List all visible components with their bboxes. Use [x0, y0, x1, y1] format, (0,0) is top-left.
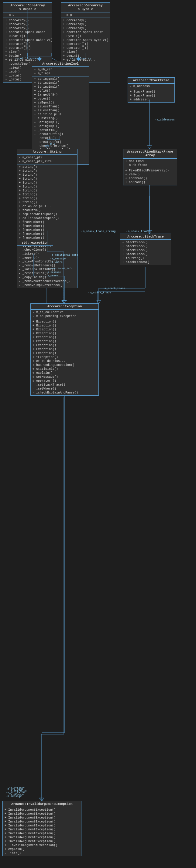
- method-span-const: + operator Span< const: [61, 30, 110, 34]
- method-corearray2: + CoreArray(): [3, 23, 52, 26]
- field-flags: - m_flags: [32, 71, 89, 75]
- method-op1: + operator[](): [61, 42, 110, 46]
- box-stackframe: Arccore::StackFrame - m_address + StackF…: [128, 78, 175, 102]
- method-op-assign: # operator=(): [31, 379, 99, 383]
- connector-overlay-2: [0, 0, 196, 868]
- method-span: + operator Span< UChar >(): [3, 38, 52, 42]
- method-fromutf8: + fromUtf8(): [17, 209, 77, 212]
- method-exception9: + Exception(): [31, 351, 99, 355]
- section-methods: + FixedStackFrameArray() + view() + addF…: [123, 168, 177, 185]
- method-explain: # explain(): [31, 371, 99, 375]
- section-methods: + InvalidArgumentException() + InvalidAr…: [3, 807, 81, 856]
- box-title-stacktrace: Arccore::StackTrace: [120, 234, 171, 240]
- method-setutf8: - _setUtf8(): [32, 136, 89, 140]
- method-span-const2: UChar >(): [3, 34, 52, 38]
- box-title-stackframe: Arccore::StackFrame: [128, 78, 174, 84]
- label-m-message-conn2: -m_message: [6, 795, 22, 798]
- method-checkexplain: - _checkExplainAndPause(): [31, 391, 99, 395]
- box-std-exception: std::exception: [17, 240, 53, 246]
- method-corearray3: + CoreArray(): [61, 26, 110, 30]
- method-addframe: + addFrame(): [123, 177, 177, 181]
- label-m-additional-info-2: -m_additional_info: [50, 254, 78, 257]
- field-mp: - m_p: [61, 13, 110, 17]
- method-dtor: + ~Exception(): [31, 355, 99, 359]
- method-string4: + String(): [17, 177, 77, 181]
- method-op1: + operator[](): [3, 42, 52, 46]
- method-string1: + String(): [17, 165, 77, 169]
- box-title-std-exception: std::exception: [17, 240, 53, 246]
- field-mp: - m_p: [3, 13, 52, 17]
- method-haspending: + hasPendingException(): [31, 363, 99, 367]
- section-fields: - m_nb_ref - m_flags: [32, 67, 89, 76]
- method-iae1: + InvalidArgumentException(): [3, 808, 81, 812]
- method-utf16: + utf16(): [32, 89, 89, 93]
- section-methods: + StackFrame() + StackFrame() + address(…: [128, 89, 174, 102]
- box-fixedstackframearray: Arccore::FixedStackFrame Array + MAX_FRA…: [123, 149, 177, 185]
- method-iae-explain: + explain(): [3, 847, 81, 851]
- label-m-p: -m_p: [49, 143, 55, 146]
- section-fields: - m_p: [61, 12, 110, 18]
- method-collapsewhitespace: + collapseWhiteSpace(): [17, 216, 77, 220]
- method-size: + size(): [61, 50, 110, 54]
- method-stacktrace4: + StackTrace(): [120, 252, 171, 256]
- method-stackframes: + stackFrames(): [120, 260, 171, 264]
- method-string6: + String(): [17, 185, 77, 189]
- method-tostring: + toString(): [120, 256, 171, 260]
- label-m-stack-trace: -m_stack_trace: [88, 291, 111, 294]
- method-exception7: + Exception(): [31, 343, 99, 347]
- method-op2: + operator[](): [3, 46, 52, 50]
- box-stacktrace: Arccore::StackTrace + StackTrace() + Sta…: [120, 234, 171, 265]
- method-corearray1: + CoreArray(): [3, 19, 52, 23]
- method-setmessage: # setMessage(): [31, 375, 99, 379]
- method-exception1: + Exception(): [31, 320, 99, 324]
- box-title-corearray-uchar: Arccore::CoreArray < UChar >: [3, 3, 52, 12]
- method-corearray3: + CoreArray(): [3, 26, 52, 30]
- method-islessthan1: + isLessThan(): [32, 105, 89, 108]
- box-exception: Arccore::Exception - m_is_collective - m…: [30, 303, 99, 396]
- method-createutf8: - _createUtf8(): [32, 140, 89, 144]
- method-string2: + String(): [17, 169, 77, 173]
- method-removereferenceneeded: - _removeReferenceIfNeeded(): [17, 279, 77, 283]
- box-title-string: Arccore::String: [17, 149, 77, 155]
- method-span-const2: Byte >(): [61, 34, 110, 38]
- method-stacktrace1: + StackTrace(): [120, 241, 171, 245]
- box-title-fixedstackframearray: Arccore::FixedStackFrame Array: [123, 149, 177, 158]
- section-fields: - m_is_collective - m_nb_pending_excepti…: [31, 309, 99, 319]
- method-string8: + String(): [17, 193, 77, 196]
- label-m-message: -m_message: [46, 271, 61, 273]
- method-fromnumber3: + fromNumber(): [17, 228, 77, 232]
- method-iae8: + InvalidArgumentException(): [3, 836, 81, 839]
- label-m-utf16-array: -m_utf16_array: [15, 57, 38, 60]
- method-fromnumber4: + fromNumber(): [17, 232, 77, 236]
- section-methods: + StackTrace() + StackTrace() + StackTra…: [120, 240, 171, 265]
- method-stackframe2: + StackFrame(): [128, 94, 174, 98]
- svg-marker-21: [39, 798, 44, 801]
- method-string10: + String(): [17, 200, 77, 205]
- method-iae7: + InvalidArgumentException(): [3, 832, 81, 836]
- method-setutf16: - _setUtf16(): [32, 128, 89, 132]
- method-view: + view(): [123, 173, 177, 177]
- label-m-utf8-array: -m_utf8_array: [70, 57, 91, 60]
- label-m-additional-info: -m_additional_info: [46, 267, 72, 270]
- label-m-where-conn: -m_where: [50, 261, 63, 264]
- method-priv-stringimpl1: - StringImpl(): [32, 120, 89, 124]
- svg-marker-52: [62, 300, 66, 303]
- method-string3: + String(): [17, 173, 77, 177]
- method-span: + operator Span< Byte >(): [61, 38, 110, 42]
- method-checkclone: - _checkClone(): [17, 248, 77, 252]
- method-op2: + operator[](): [61, 46, 110, 50]
- box-title-exception: Arccore::Exception: [31, 304, 99, 309]
- box-title-corearray-byte: Arccore::CoreArray < Byte >: [61, 3, 110, 12]
- section-fields: - m_const_ptr - m_const_ptr_size: [17, 155, 77, 164]
- svg-marker-48: [96, 300, 101, 303]
- field-nb-pending: - m_nb_pending_exception: [31, 314, 99, 318]
- connector-overlay: [0, 0, 196, 868]
- field-is-collective: - m_is_collective: [31, 310, 99, 314]
- field-max-frame: + MAX_FRAME: [123, 159, 177, 163]
- method-exception3: + Exception(): [31, 328, 99, 332]
- method-string5: + String(): [17, 181, 77, 185]
- method-fromnumber1: + fromNumber(): [17, 220, 77, 224]
- method-nbframe: + nbFrame(): [123, 181, 177, 184]
- method-fromnumber2: + fromNumber(): [17, 224, 77, 228]
- method-address: + address(): [128, 98, 174, 102]
